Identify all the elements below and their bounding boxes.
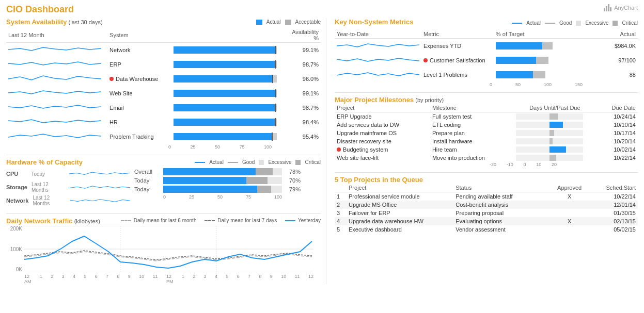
queue-approved-3: X [548,217,590,225]
ms-col-days: Days Until/Past Due [514,104,596,112]
queue-col-project: Project [347,184,453,192]
hw-bar-val-today2: 79% [285,186,301,192]
ms-project-0: ERP Upgrade [335,112,430,121]
queue-project-0: Professional service module [347,192,453,201]
hardware-title: Hardware % of Capacity [6,158,83,166]
avail-pct-1: 98.7% [289,57,321,72]
hw-bar-overall [163,168,282,175]
avail-bar-4 [171,101,289,115]
queue-approved-1 [548,201,590,209]
queue-row: 4 Upgrade data warehouse HW Evaluating o… [335,217,638,225]
ms-project-3: Disaster recovery site [335,137,430,145]
avail-system-1: ERP [107,57,171,72]
ms-due-0: 10/24/14 [596,112,638,121]
hw-axis: 0255075100 [163,194,282,200]
main-title: CIO Dashboard [6,4,638,15]
queue-num-0: 1 [335,192,347,201]
avail-table: Last 12 Month System Availability % Netw… [6,28,321,144]
ms-due-3: 10/20/14 [596,137,638,145]
ms-milestone-4: Hire team [430,145,514,154]
avail-col-system: System [107,28,171,43]
hw-bar-label-today2: Today [134,186,160,192]
km-col-actual: Actual [607,30,638,39]
system-availability-section: System Availability (last 30 days) Actua… [6,18,321,150]
traffic-chart [24,226,313,272]
avail-bar-1 [171,57,289,72]
queue-num-3: 4 [335,217,347,225]
ms-due-5: 10/22/14 [596,154,638,162]
avail-bar-5 [171,115,289,129]
ms-milestone-2: Prepare plan [430,129,514,137]
hw-bar-label-today1: Today [134,177,160,184]
avail-axis: 0255075100 [168,144,272,150]
queue-row: 1 Professional service module Pending av… [335,192,638,201]
queue-status-3: Evaluating options [453,217,548,225]
anychart-logo: AnyChart [604,4,638,11]
km-axis: 050100150 [490,82,583,87]
traffic-section: Daily Network Traffic (kilobytes) Daily … [6,217,321,284]
km-col-ytd: Year-to-Date [335,30,421,39]
ms-bar-5 [514,154,596,162]
traffic-title: Daily Network Traffic [6,217,73,225]
avail-pct-3: 99.1% [289,86,321,101]
hw-period-storage: Last 12 Months [32,182,66,193]
avail-bar-6 [171,129,289,144]
key-metrics-section: Key Non-System Metrics Actual Good Exces… [335,18,638,87]
queue-approved-0: X [548,192,590,201]
queue-col-start: Sched.Start [590,184,638,192]
avail-spark-5 [6,115,107,129]
km-table: Year-to-Date Metric % of Target Actual E… [335,30,638,82]
queue-start-0: 10/22/14 [590,192,638,201]
queue-start-3: 02/13/15 [590,217,638,225]
queue-project-2: Failover for ERP [347,209,453,217]
km-bar-0 [494,39,607,54]
avail-col-spark: Last 12 Month [6,28,107,43]
hw-bars: Overall 78% Today [130,168,321,208]
ms-milestone-0: Full system test [430,112,514,121]
avail-spark-3 [6,86,107,101]
queue-num-4: 5 [335,225,347,234]
hw-bar-label-overall: Overall [134,169,160,175]
avail-spark-6 [6,129,107,144]
hw-bar-today2 [163,186,282,193]
system-avail-title: System Availability [6,18,67,26]
km-actual-0: $984.0K [607,39,638,54]
avail-system-0: Network [107,43,171,58]
queue-approved-2 [548,209,590,217]
ms-bar-3 [514,137,596,145]
hw-period-network: Last 12 Months [33,195,66,206]
queue-row: 2 Upgrade MS Office Cost-benefit analysi… [335,201,638,209]
avail-system-4: Email [107,101,171,115]
queue-title: 5 Top Projects in the Queue [335,176,423,184]
key-metrics-title: Key Non-System Metrics [335,18,413,26]
km-spark-2 [335,68,421,82]
queue-project-1: Upgrade MS Office [347,201,453,209]
avail-spark-2 [6,72,107,86]
ms-milestone-3: Install hardware [430,137,514,145]
queue-col-status: Status [453,184,548,192]
avail-bar-0 [171,43,289,58]
hw-label-cpu: CPU [6,171,27,177]
avail-pct-5: 98.4% [289,115,321,129]
km-metric-1: Customer Satisfaction [421,53,494,68]
queue-row: 5 Executive dashboard Vendor assessment … [335,225,638,234]
traffic-subtitle: (kilobytes) [74,218,100,224]
queue-start-2: 01/30/15 [590,209,638,217]
km-actual-1: 97/100 [607,53,638,68]
queue-num-2: 3 [335,209,347,217]
milestones-subtitle: (by priority) [415,97,444,103]
km-metric-2: Level 1 Problems [421,68,494,82]
ms-project-1: Add services data to DW [335,121,430,129]
hw-legend: Actual Good Excessive Critical [195,159,321,165]
queue-start-1: 12/01/14 [590,201,638,209]
hw-label-network: Network [6,197,28,204]
queue-status-0: Pending available staff [453,192,548,201]
hardware-content: CPU Today Storage Last 12 Months [6,168,321,208]
km-legend: Actual Good Excessive Critical [512,20,638,26]
km-actual-2: 88 [607,68,638,82]
queue-project-3: Upgrade data warehouse HW [347,217,453,225]
avail-pct-0: 99.1% [289,43,321,58]
km-spark-0 [335,39,421,54]
ms-due-4: 10/02/14 [596,145,638,154]
svg-rect-3 [610,7,611,11]
